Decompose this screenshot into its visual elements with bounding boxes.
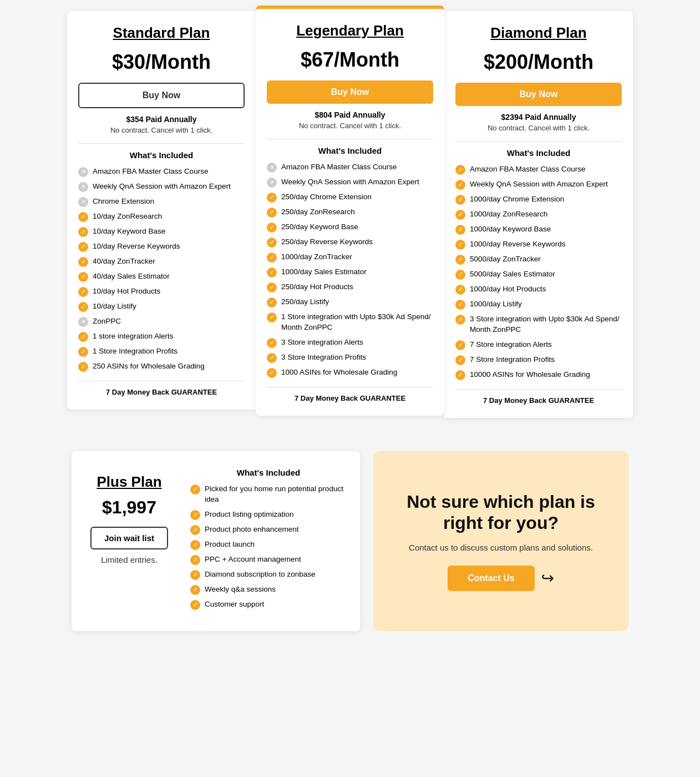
feature-item: ✓ Weekly QnA Session with Amazon Expert [455, 179, 622, 190]
plus-feature-item: ✓ Customer support [190, 599, 347, 610]
plus-feature-text: Product photo enhancement [205, 524, 299, 535]
plus-feature-text: PPC + Account management [205, 554, 301, 565]
check-icon: ✓ [455, 315, 465, 325]
plus-feature-item: ✓ Weekly q&a sessions [190, 584, 347, 595]
plus-feature-text: Product listing optimization [205, 509, 294, 520]
feature-item: ✓ 1000/day Sales Estimator [267, 267, 433, 278]
feature-text: 1000/day Sales Estimator [281, 267, 367, 278]
feature-item: ✕ ZonPPC [78, 316, 245, 327]
feature-text: Chrome Extension [93, 196, 154, 207]
plus-whats-included-title: What's Included [190, 468, 347, 477]
feature-item: ✓ 1000/day Listify [455, 299, 622, 310]
plan-card-diamond: Diamond Plan $200/Month Buy Now $2394 Pa… [444, 11, 633, 418]
check-icon: ✓ [78, 332, 88, 342]
feature-item: ✓ Amazon FBA Master Class Course [455, 164, 622, 175]
buy-now-button-standard[interactable]: Buy Now [78, 83, 245, 108]
check-icon: ✓ [455, 270, 465, 280]
check-icon: ✓ [455, 165, 465, 175]
feature-text: 10/day Reverse Keywords [93, 241, 180, 252]
cross-icon: ✕ [267, 178, 277, 188]
check-icon: ✓ [267, 353, 277, 363]
feature-item: ✓ 40/day ZonTracker [78, 256, 245, 267]
feature-text: 7 Store Integration Profits [470, 355, 555, 365]
check-icon: ✓ [455, 355, 465, 365]
feature-text: 1 store integration Alerts [93, 331, 174, 342]
check-icon: ✓ [190, 585, 200, 595]
check-icon: ✓ [267, 268, 277, 278]
check-icon: ✓ [190, 525, 200, 535]
feature-text: 1 Store Integration Profits [93, 346, 177, 357]
plus-feature-item: ✓ Product launch [190, 539, 347, 550]
check-icon: ✓ [455, 255, 465, 265]
feature-text: 1000/day Reverse Keywords [470, 239, 566, 250]
feature-item: ✕ Weekly QnA Session with Amazon Expert [267, 177, 433, 188]
feature-item: ✕ Chrome Extension [78, 196, 245, 207]
feature-item: ✓ 10/day Reverse Keywords [78, 241, 245, 252]
plus-feature-text: Diamond subscription to zonbase [205, 569, 316, 580]
plan-card-legendary: Legendary Plan $67/Month Buy Now $804 Pa… [256, 6, 444, 416]
feature-item: ✓ 250/day ZonResearch [267, 207, 433, 218]
feature-text: 10/day Keyword Base [93, 226, 165, 237]
feature-item: ✓ 1 Store Integration Profits [78, 346, 245, 357]
feature-text: 3 Store Integration Profits [281, 352, 366, 363]
contact-btn-wrapper: Contact Us ↩ [448, 566, 554, 591]
feature-item: ✓ 250 ASINs for Wholesale Grading [78, 361, 245, 372]
feature-item: ✕ Amazon FBA Master Class Course [78, 167, 245, 177]
divider [455, 141, 622, 142]
feature-list-standard: ✕ Amazon FBA Master Class Course ✕ Weekl… [78, 167, 245, 372]
plan-card-standard: Standard Plan $30/Month Buy Now $354 Pai… [67, 11, 256, 410]
feature-item: ✓ 1000/day ZonResearch [455, 209, 622, 220]
feature-text: 1000/day Chrome Extension [470, 194, 564, 205]
check-icon: ✓ [78, 362, 88, 372]
feature-item: ✓ 1000/day Keyword Base [455, 224, 622, 235]
check-icon: ✓ [455, 340, 465, 350]
check-icon: ✓ [78, 287, 88, 297]
plan-title-legendary: Legendary Plan [267, 22, 433, 39]
buy-now-button-legendary[interactable]: Buy Now [267, 80, 433, 104]
feature-text: Amazon FBA Master Class Course [470, 164, 586, 175]
feature-text: 1000 ASINs for Wholesale Grading [281, 367, 397, 378]
check-icon: ✓ [267, 253, 277, 263]
plan-price-diamond: $200/Month [455, 51, 622, 74]
feature-item: ✓ 1 store integration Alerts [78, 331, 245, 342]
check-icon: ✓ [190, 555, 200, 565]
feature-text: 1000/day Hot Products [470, 284, 546, 295]
join-waitlist-button[interactable]: Join wait list [90, 527, 168, 549]
whats-included-legendary: What's Included [267, 146, 433, 155]
cancel-text-diamond: No contract. Cancel with 1 click. [455, 124, 622, 132]
feature-text: Weekly QnA Session with Amazon Expert [281, 177, 419, 188]
feature-item: ✓ 7 Store integration Alerts [455, 340, 622, 350]
contact-us-button[interactable]: Contact Us [448, 566, 534, 591]
plan-title-standard: Standard Plan [78, 24, 245, 42]
check-icon: ✓ [267, 223, 277, 233]
buy-now-button-diamond[interactable]: Buy Now [455, 83, 622, 106]
feature-text: 250/day Hot Products [281, 282, 353, 292]
feature-item: ✓ 7 Store Integration Profits [455, 355, 622, 365]
cross-icon: ✕ [78, 197, 88, 207]
feature-text: 1000/day ZonTracker [281, 252, 352, 263]
check-icon: ✓ [78, 272, 88, 282]
feature-item: ✓ 1000 ASINs for Wholesale Grading [267, 367, 433, 378]
feature-item: ✓ 5000/day Sales Estimator [455, 269, 622, 280]
guarantee-standard: 7 Day Money Back GUARANTEE [78, 381, 245, 396]
plus-right: What's Included ✓ Picked for you home ru… [190, 468, 347, 614]
divider [267, 139, 433, 139]
plus-feature-list: ✓ Picked for you home run potential prod… [190, 484, 347, 610]
check-icon: ✓ [455, 180, 465, 190]
check-icon: ✓ [78, 242, 88, 252]
feature-item: ✓ 1000/day Reverse Keywords [455, 239, 622, 250]
plus-feature-text: Customer support [205, 599, 264, 610]
feature-text: Amazon FBA Master Class Course [281, 162, 397, 173]
check-icon: ✓ [267, 368, 277, 378]
plus-feature-text: Picked for you home run potential produc… [205, 484, 347, 505]
feature-item: ✓ 40/day Sales Estimator [78, 271, 245, 282]
feature-text: 10000 ASINs for Wholesale Grading [470, 370, 590, 380]
check-icon: ✓ [455, 285, 465, 295]
plus-left: Plus Plan $1,997 Join wait list Limited … [85, 468, 174, 614]
feature-item: ✓ 1000/day Hot Products [455, 284, 622, 295]
feature-text: 1 Store integration with Upto $30k Ad Sp… [281, 312, 433, 333]
feature-text: 250/day Keyword Base [281, 222, 358, 233]
whats-included-diamond: What's Included [455, 148, 622, 158]
cancel-text-legendary: No contract. Cancel with 1 click. [267, 122, 433, 130]
check-icon: ✓ [190, 570, 200, 580]
